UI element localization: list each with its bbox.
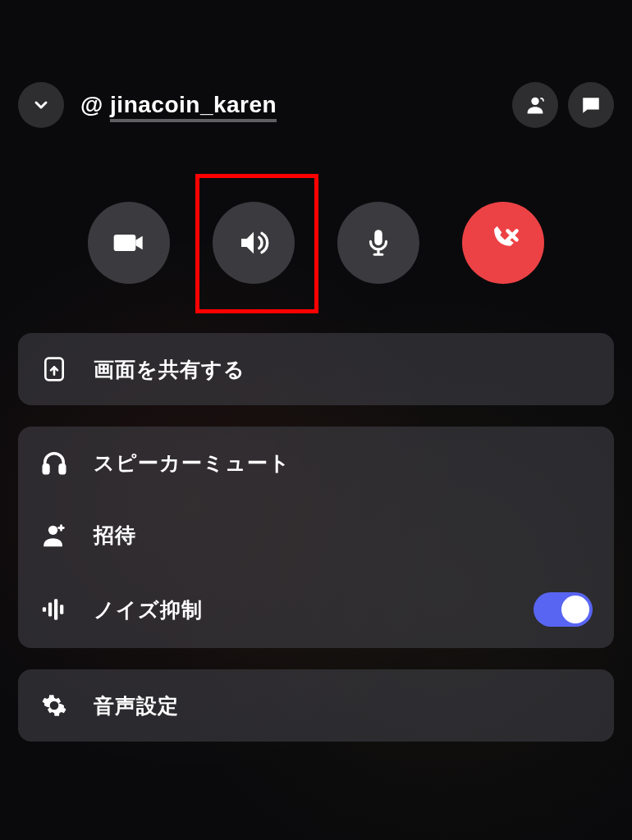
speaker-button[interactable] (213, 202, 295, 284)
noise-suppression-icon (40, 596, 68, 623)
video-button[interactable] (88, 202, 170, 284)
video-icon (112, 226, 145, 259)
noise-suppression-label: ノイズ抑制 (94, 596, 509, 623)
invite-label: 招待 (94, 522, 593, 549)
svg-rect-11 (48, 603, 52, 617)
noise-suppression-toggle[interactable] (534, 592, 593, 627)
toggle-knob (561, 596, 589, 623)
user-activity-button[interactable] (512, 82, 558, 128)
voice-settings-label: 音声設定 (94, 692, 593, 719)
svg-rect-8 (60, 465, 65, 473)
microphone-icon (363, 227, 394, 258)
voice-settings-row[interactable]: 音声設定 (18, 669, 614, 742)
gear-icon (41, 692, 67, 719)
speaker-mute-label: スピーカーミュート (94, 450, 593, 477)
chat-icon (580, 94, 602, 116)
svg-point-0 (531, 98, 538, 105)
disconnect-icon (485, 225, 521, 261)
chat-button[interactable] (568, 82, 614, 128)
headphones-icon (40, 449, 68, 477)
svg-rect-13 (60, 605, 63, 614)
speaker-mute-row[interactable]: スピーカーミュート (18, 427, 614, 499)
share-screen-icon (41, 356, 67, 382)
share-screen-label: 画面を共有する (94, 356, 593, 383)
chevron-down-icon (31, 95, 51, 115)
svg-rect-10 (43, 607, 46, 612)
dropdown-button[interactable] (18, 82, 64, 128)
noise-suppression-row[interactable]: ノイズ抑制 (18, 571, 614, 648)
svg-rect-1 (374, 230, 382, 245)
share-screen-row[interactable]: 画面を共有する (18, 333, 614, 405)
username-display: @ jinacoin_karen (80, 92, 496, 118)
microphone-button[interactable] (337, 202, 419, 284)
svg-rect-12 (54, 599, 57, 620)
invite-row[interactable]: 招待 (18, 499, 614, 571)
svg-rect-7 (44, 465, 48, 473)
disconnect-button[interactable] (462, 202, 544, 284)
svg-point-9 (48, 526, 57, 535)
user-activity-icon (524, 94, 547, 116)
invite-user-icon (40, 521, 68, 549)
speaker-icon (237, 226, 270, 259)
